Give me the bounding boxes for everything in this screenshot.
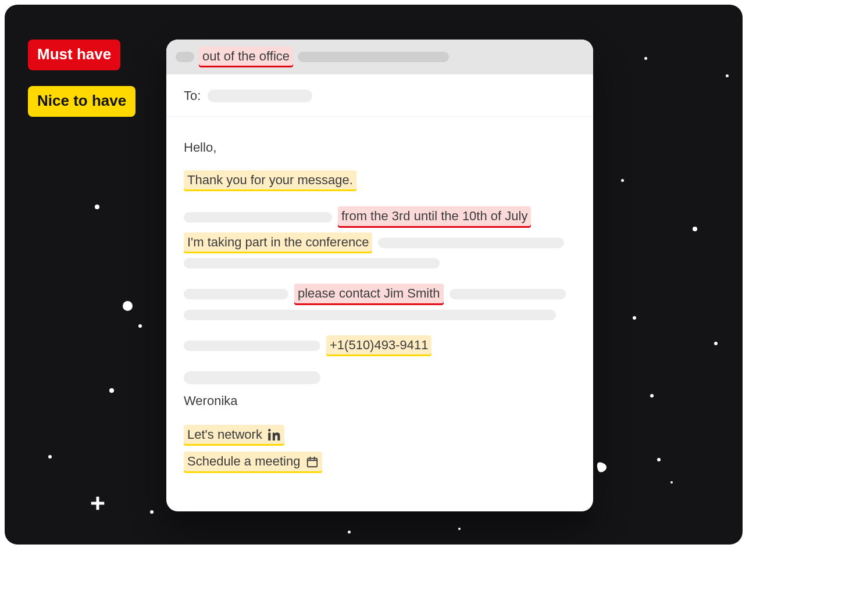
star-dot [458,528,461,530]
dates-highlight-must: from the 3rd until the 10th of July [338,206,531,227]
star-dot [714,342,718,345]
conference-highlight-nice: I'm taking part in the conference [184,232,372,253]
placeholder [184,371,320,384]
svg-rect-0 [308,458,318,467]
sender-name: Weronika [184,393,576,409]
star-dot [109,388,114,393]
placeholder [450,289,566,299]
placeholder [298,52,449,62]
legend-must-have: Must have [28,40,120,70]
network-label: Let's network [187,427,262,442]
star-dot [633,316,636,320]
contact-highlight-must: please contact Jim Smith [294,284,444,305]
blob-icon [595,460,609,474]
star-dot [150,510,154,514]
placeholder [208,89,312,102]
star-dot [95,205,99,209]
star-dot [726,74,729,77]
star-dot [657,458,661,461]
schedule-label: Schedule a meeting [187,454,300,469]
schedule-link-nice[interactable]: Schedule a meeting [184,452,322,472]
email-body: Hello, Thank you for your message. from … [166,117,593,473]
to-row: To: [166,74,593,117]
star-dot [650,394,654,397]
greeting: Hello, [184,140,576,155]
placeholder [176,52,194,62]
linkedin-icon [268,428,281,441]
placeholder [184,289,288,299]
star-dot [621,179,624,182]
star-dot [348,531,351,533]
legend-nice-to-have: Nice to have [28,86,135,117]
placeholder [184,212,332,223]
network-link-nice[interactable]: Let's network [184,425,284,446]
calendar-icon [306,456,319,468]
placeholder [184,258,440,268]
to-label: To: [184,88,201,103]
thanks-highlight-nice: Thank you for your message. [184,170,356,191]
star-dot [693,227,697,231]
star-dot [123,301,133,311]
star-dot [644,57,647,60]
placeholder [378,238,564,248]
phone-highlight-nice: +1(510)493-9411 [326,335,431,356]
subject-highlight-must: out of the office [199,46,293,67]
placeholder [184,341,320,351]
frame: Must have Nice to have out of the office… [5,5,743,545]
star-dot [670,481,673,484]
star-dot [48,455,52,459]
placeholder [184,310,556,320]
email-card: out of the office To: Hello, Thank you f… [166,40,593,511]
subject-bar: out of the office [166,40,593,74]
stage: Must have Nice to have out of the office… [0,0,849,616]
star-dot [138,324,142,328]
plus-icon [89,495,106,512]
